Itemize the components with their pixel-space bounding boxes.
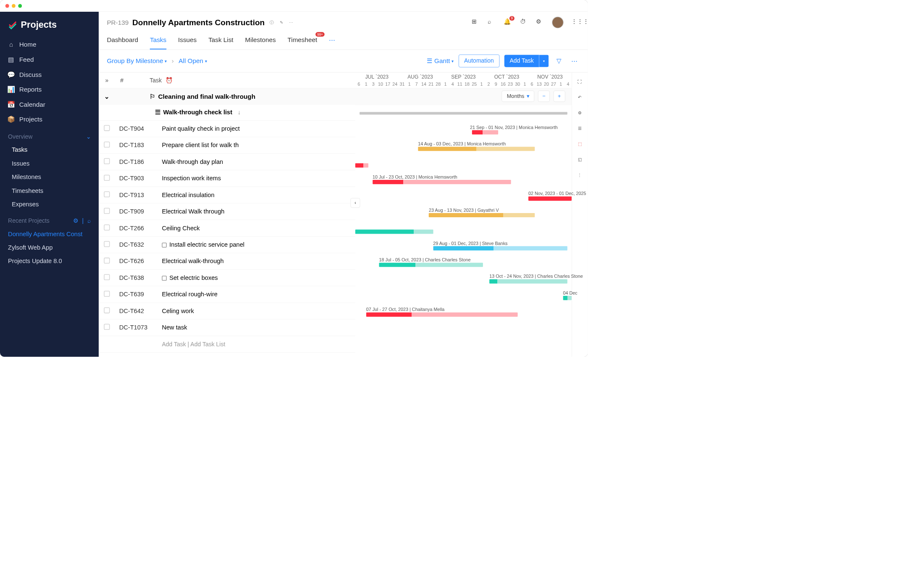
gantt-bar[interactable] (418, 147, 535, 151)
subnav-issues[interactable]: Issues (0, 157, 99, 170)
expand-icon[interactable]: ⛶ (576, 78, 584, 86)
critical-path-icon[interactable]: ⬚ (576, 140, 584, 148)
settings-icon[interactable]: ⚙ (73, 218, 79, 225)
apps-icon[interactable]: ⋮⋮⋮ (571, 18, 580, 26)
edit-icon[interactable]: ✎ (278, 19, 284, 26)
recent-project[interactable]: Projects Update 8.0 (0, 254, 99, 268)
gantt-bar[interactable] (472, 130, 498, 134)
gear-icon[interactable]: ⚙ (536, 18, 544, 26)
gantt-bar[interactable] (429, 213, 535, 217)
gantt-bar[interactable] (355, 229, 433, 234)
undo-icon[interactable]: ↶ (576, 93, 584, 101)
task-row[interactable]: DC-T903Inspection work items (99, 170, 355, 187)
task-row[interactable]: DC-T1073New task (99, 319, 355, 336)
info-icon[interactable]: ⓘ (268, 18, 275, 26)
tab-issues[interactable]: Issues (178, 33, 197, 50)
checkbox[interactable] (104, 125, 110, 131)
alert-icon[interactable]: ⏰ (165, 77, 173, 84)
bell-icon[interactable]: 🔔9 (504, 18, 512, 26)
task-row[interactable]: DC-T266Ceiling Check (99, 220, 355, 236)
kebab-icon[interactable]: ⋮ (576, 171, 584, 179)
gantt-bar[interactable] (563, 296, 572, 300)
sliders-icon[interactable]: ⚙ (576, 109, 584, 117)
tab-timesheet[interactable]: Timesheet99+ (287, 33, 317, 50)
collapse-panel-icon[interactable]: ‹ (350, 198, 360, 208)
task-row[interactable]: DC-T913Electrical insulation (99, 187, 355, 203)
zoom-in-button[interactable]: + (554, 91, 565, 102)
tab-milestones[interactable]: Milestones (245, 33, 276, 50)
timer-icon[interactable]: ⏱ (520, 18, 528, 26)
task-row[interactable]: DC-T626Electrical walk-through (99, 253, 355, 269)
subnav-expenses[interactable]: Expenses (0, 198, 99, 211)
checkbox[interactable] (104, 142, 110, 147)
task-row[interactable]: DC-T909Electrical Walk through (99, 203, 355, 220)
automation-button[interactable]: Automation (459, 55, 499, 68)
checkbox[interactable] (104, 224, 110, 230)
task-row[interactable]: DC-T904Paint quality check in project (99, 121, 355, 137)
collapse-all-icon[interactable]: » (99, 77, 115, 84)
task-row[interactable]: DC-T638Set electric boxes (99, 270, 355, 286)
nav-calendar[interactable]: 📅Calendar (0, 97, 99, 112)
tabs-more-icon[interactable]: ⋯ (329, 33, 335, 50)
tab-task-list[interactable]: Task List (208, 33, 233, 50)
subnav-timesheets[interactable]: Timesheets (0, 184, 99, 198)
close-dot[interactable] (5, 4, 9, 8)
nav-feed[interactable]: ▤Feed (0, 52, 99, 67)
tasklist-group[interactable]: ☰ Walk-through check list ↓ (99, 105, 355, 121)
sidebar-section-overview[interactable]: Overview ⌄ (0, 127, 99, 143)
milestone-group[interactable]: ⌄ ⚐ Cleaning and final walk-through (99, 89, 355, 105)
gantt-bar[interactable] (528, 196, 572, 200)
checkbox[interactable] (104, 307, 110, 313)
checkbox[interactable] (104, 208, 110, 213)
checkbox[interactable] (104, 191, 110, 197)
checkbox[interactable] (104, 291, 110, 297)
zoom-out-button[interactable]: − (538, 91, 550, 102)
task-row[interactable]: DC-T183Prepare client list for walk th (99, 137, 355, 153)
task-row[interactable]: DC-T186Walk-through day plan (99, 154, 355, 170)
minimize-dot[interactable] (12, 4, 16, 8)
add-task-placeholder[interactable]: Add Task | Add Task List (99, 336, 355, 352)
checkbox[interactable] (104, 274, 110, 280)
checkbox[interactable] (104, 241, 110, 247)
add-task-dropdown[interactable]: ▾ (539, 55, 549, 67)
gantt-bar[interactable] (373, 180, 511, 184)
gantt-bar[interactable] (355, 163, 368, 168)
more-icon[interactable]: ⋯ (288, 19, 294, 26)
nav-home[interactable]: ⌂Home (0, 37, 99, 52)
maximize-dot[interactable] (18, 4, 22, 8)
avatar[interactable] (552, 16, 564, 28)
search-icon[interactable]: ⌕ (488, 18, 496, 26)
recent-project[interactable]: Donnelly Apartments Const (0, 227, 99, 241)
search-icon[interactable]: ⌕ (87, 218, 91, 225)
tab-dashboard[interactable]: Dashboard (107, 33, 138, 50)
tab-tasks[interactable]: Tasks (150, 33, 166, 50)
filter-icon[interactable]: ▽ (554, 55, 564, 66)
checkbox[interactable] (104, 324, 110, 330)
sort-icon[interactable]: ↓ (238, 109, 241, 116)
add-icon[interactable]: ⊞ (472, 18, 480, 26)
checkbox[interactable] (104, 258, 110, 263)
gantt-bar[interactable] (433, 246, 567, 250)
chevron-down-icon[interactable]: ⌄ (99, 92, 115, 100)
fit-icon[interactable]: ◱ (576, 155, 584, 163)
nav-projects[interactable]: 📦Projects (0, 112, 99, 127)
gantt-bar[interactable] (366, 312, 518, 316)
filter-dropdown[interactable]: All Open ▾ (178, 57, 207, 65)
gantt-bar[interactable] (379, 263, 483, 267)
checkbox[interactable] (104, 158, 110, 164)
subnav-tasks[interactable]: Tasks (0, 143, 99, 156)
nav-discuss[interactable]: 💬Discuss (0, 67, 99, 82)
more-icon[interactable]: ⋯ (569, 55, 580, 66)
task-row[interactable]: DC-T642Celing work (99, 303, 355, 319)
task-row[interactable]: DC-T639Electrical rough-wire (99, 286, 355, 303)
task-row[interactable]: DC-T632Install electric service panel (99, 237, 355, 253)
view-gantt[interactable]: ☰ Gantt ▾ (427, 57, 454, 65)
align-icon[interactable]: ☰ (576, 124, 584, 132)
subnav-milestones[interactable]: Milestones (0, 170, 99, 184)
nav-reports[interactable]: 📊Reports (0, 82, 99, 97)
recent-project[interactable]: Zylsoft Web App (0, 241, 99, 254)
gantt-bar[interactable] (489, 279, 567, 284)
checkbox[interactable] (104, 175, 110, 181)
zoom-dropdown[interactable]: Months ▾ (502, 91, 534, 102)
groupby-dropdown[interactable]: Group By Milestone ▾ (107, 57, 167, 65)
